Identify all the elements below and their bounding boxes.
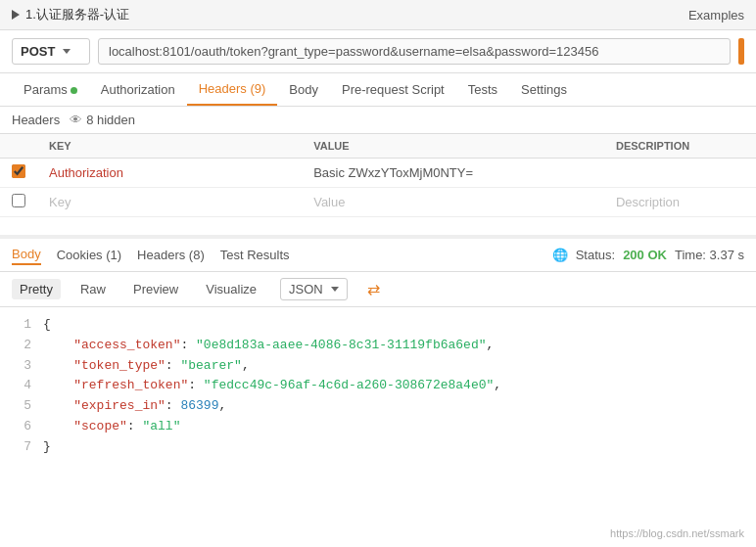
headers-table-container: KEY VALUE DESCRIPTION Authorization Basi…	[0, 134, 756, 217]
resp-tab-cookies[interactable]: Cookies (1)	[57, 246, 121, 264]
method-dropdown-icon	[63, 49, 71, 54]
method-select[interactable]: POST	[12, 38, 90, 65]
header-desc-placeholder[interactable]: Description	[604, 188, 756, 217]
code-line-5: 5 "expires_in": 86399,	[12, 396, 744, 417]
resp-subtab-pretty[interactable]: Pretty	[12, 279, 61, 299]
resp-subtab-raw[interactable]: Raw	[72, 279, 114, 299]
resp-subtab-preview[interactable]: Preview	[125, 279, 186, 299]
examples-button[interactable]: Examples	[688, 8, 744, 23]
header-value[interactable]: Basic ZWxzYToxMjM0NTY=	[302, 159, 604, 188]
tab-params[interactable]: Params	[12, 74, 89, 105]
row-checkbox[interactable]	[12, 164, 25, 178]
table-row: Key Value Description	[0, 188, 756, 217]
spacer	[0, 217, 756, 237]
params-dot	[71, 87, 77, 94]
request-tabs: Params Authorization Headers (9) Body Pr…	[0, 73, 756, 107]
resp-tab-headers[interactable]: Headers (8)	[137, 246, 205, 264]
send-indicator	[738, 38, 744, 65]
format-select[interactable]: JSON	[280, 278, 348, 300]
header-key-placeholder[interactable]: Key	[37, 188, 302, 217]
resp-tab-body[interactable]: Body	[12, 245, 41, 265]
header-key[interactable]: Authorization	[37, 159, 302, 188]
response-area: Body Cookies (1) Headers (8) Test Result…	[0, 237, 756, 466]
tab-body[interactable]: Body	[277, 74, 330, 105]
code-line-4: 4 "refresh_token": "fedcc49c-96af-4c6d-a…	[12, 376, 744, 396]
headers-table: KEY VALUE DESCRIPTION Authorization Basi…	[0, 134, 756, 217]
code-line-2: 2 "access_token": "0e8d183a-aaee-4086-8c…	[12, 336, 744, 356]
format-dropdown-icon	[331, 287, 339, 292]
collapse-icon[interactable]	[12, 10, 20, 20]
tab-authorization[interactable]: Authorization	[89, 74, 187, 105]
table-row: Authorization Basic ZWxzYToxMjM0NTY=	[0, 159, 756, 188]
col-checkbox	[0, 134, 37, 159]
resp-tab-test-results[interactable]: Test Results	[220, 246, 290, 264]
response-tabs: Body Cookies (1) Headers (8) Test Result…	[0, 239, 756, 272]
status-code: 200 OK	[623, 248, 667, 262]
code-line-7: 7 }	[12, 437, 744, 458]
code-line-3: 3 "token_type": "bearer",	[12, 356, 744, 377]
col-description: DESCRIPTION	[604, 134, 756, 159]
tab-headers[interactable]: Headers (9)	[187, 73, 278, 106]
headers-section: Headers 👁 8 hidden	[0, 107, 756, 134]
col-key: KEY	[37, 134, 302, 159]
wrap-icon[interactable]: ⇄	[367, 280, 380, 298]
eye-icon[interactable]: 👁	[70, 113, 82, 127]
headers-label: Headers	[12, 113, 60, 127]
code-line-6: 6 "scope": "all"	[12, 417, 744, 437]
tab-settings[interactable]: Settings	[509, 74, 579, 105]
code-line-1: 1 {	[12, 315, 744, 336]
top-bar: 1.认证服务器-认证 Examples	[0, 0, 756, 30]
url-input[interactable]	[98, 38, 731, 65]
response-subtabs: Pretty Raw Preview Visualize JSON ⇄	[0, 272, 756, 307]
time-label: Time: 3.37 s	[675, 248, 744, 262]
format-label: JSON	[289, 282, 323, 296]
code-area: 1 { 2 "access_token": "0e8d183a-aaee-408…	[0, 307, 756, 466]
header-desc	[604, 159, 756, 188]
header-value-placeholder[interactable]: Value	[302, 188, 604, 217]
page-title: 1.认证服务器-认证	[25, 6, 129, 23]
col-value: VALUE	[302, 134, 604, 159]
status-label: Status:	[576, 248, 615, 262]
globe-icon: 🌐	[552, 248, 568, 262]
watermark: https://blog.csdn.net/ssmark	[610, 527, 744, 539]
row-checkbox[interactable]	[12, 194, 25, 207]
url-bar: POST	[0, 30, 756, 73]
tab-tests[interactable]: Tests	[456, 74, 509, 105]
method-label: POST	[21, 44, 55, 59]
tab-prerequest[interactable]: Pre-request Script	[330, 74, 456, 105]
hidden-count: 8 hidden	[86, 113, 135, 127]
response-status: 🌐 Status: 200 OK Time: 3.37 s	[552, 248, 744, 262]
resp-subtab-visualize[interactable]: Visualize	[198, 279, 264, 299]
